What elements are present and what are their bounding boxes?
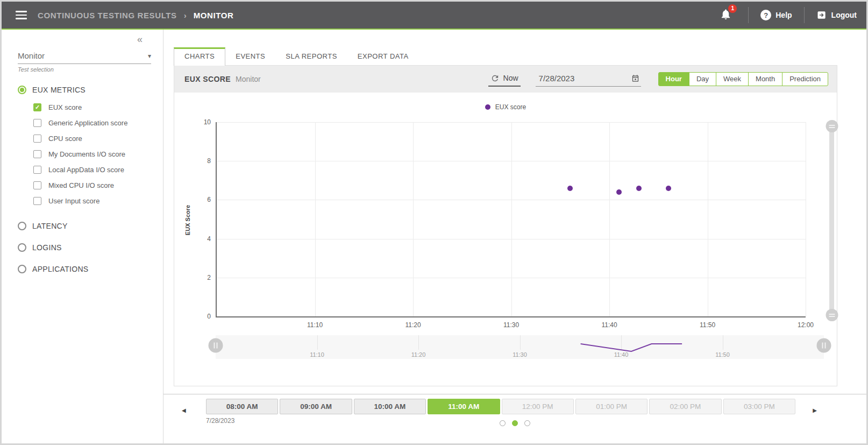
tab-charts[interactable]: CHARTS: [174, 47, 225, 66]
pagination-dot[interactable]: [512, 420, 518, 426]
tab-events[interactable]: EVENTS: [225, 48, 275, 65]
slot-footer: 7/28/2023: [163, 416, 866, 426]
time-slot-button[interactable]: 11:00 AM: [428, 399, 500, 414]
data-point[interactable]: [616, 189, 622, 195]
app: CONTINUOUS TESTING RESULTS › MONITOR 1 ?…: [2, 2, 866, 443]
week-button[interactable]: Week: [716, 72, 749, 86]
checkbox[interactable]: [33, 119, 41, 127]
metric-item[interactable]: CPU score: [33, 131, 151, 146]
radio-button[interactable]: [18, 222, 26, 230]
notification-badge: 1: [728, 4, 737, 13]
notifications-button[interactable]: 1: [720, 8, 732, 23]
metric-item-label: User Input score: [48, 197, 99, 205]
window-frame: CONTINUOUS TESTING RESULTS › MONITOR 1 ?…: [0, 0, 868, 445]
test-select-dropdown[interactable]: Monitor ▾: [18, 51, 151, 64]
x-gridline: [413, 122, 414, 316]
metric-item[interactable]: Mixed CPU I/O score: [33, 178, 151, 193]
day-button[interactable]: Day: [689, 72, 716, 86]
refresh-now-button[interactable]: Now: [488, 72, 521, 87]
chart-toolbar: EUX SCORE Monitor Now 7/28/2023 HourDayW…: [174, 66, 837, 93]
next-period-arrow[interactable]: ▶: [810, 405, 819, 415]
time-slot-button[interactable]: 08:00 AM: [206, 399, 278, 414]
top-header: CONTINUOUS TESTING RESULTS › MONITOR 1 ?…: [2, 2, 866, 30]
time-slot-button[interactable]: 12:00 PM: [502, 399, 574, 414]
x-gridline: [511, 122, 512, 316]
checkbox[interactable]: ✓: [33, 103, 41, 111]
time-slot-button[interactable]: 03:00 PM: [723, 399, 795, 414]
radio-button[interactable]: [18, 243, 26, 252]
metric-item[interactable]: My Documents I/O score: [33, 146, 151, 162]
navigator-right-handle[interactable]: [817, 338, 831, 353]
metric-groups: EUX METRICS✓EUX scoreGeneric Application…: [18, 86, 151, 273]
radio-button[interactable]: [18, 265, 26, 273]
logout-icon: [816, 10, 827, 20]
checkbox[interactable]: [33, 197, 41, 205]
tab-export-data[interactable]: EXPORT DATA: [347, 48, 419, 65]
checkbox[interactable]: [33, 135, 41, 143]
navigator-left-handle[interactable]: [209, 338, 223, 353]
data-point[interactable]: [666, 186, 671, 191]
metric-group-label: EUX METRICS: [32, 86, 86, 94]
y-tick-label: 4: [207, 235, 211, 243]
chart-panel: EUX SCORE Monitor Now 7/28/2023 HourDayW…: [174, 65, 837, 386]
chart-legend[interactable]: EUX score: [174, 103, 837, 111]
metric-group-header[interactable]: LOGINS: [18, 243, 151, 252]
metric-item[interactable]: Generic Application score: [33, 115, 151, 131]
metric-group-header[interactable]: LATENCY: [18, 222, 151, 230]
metric-item[interactable]: Local AppData I/O score: [33, 162, 151, 178]
data-point[interactable]: [567, 186, 573, 191]
checkbox[interactable]: [33, 150, 41, 158]
metric-item[interactable]: User Input score: [33, 193, 151, 209]
pagination-dot[interactable]: [524, 420, 530, 426]
slider-bottom-handle[interactable]: [826, 309, 838, 321]
time-slot-button[interactable]: 10:00 AM: [354, 399, 426, 414]
refresh-icon: [490, 74, 500, 83]
navigator-series-line: [216, 335, 824, 359]
checkbox[interactable]: [33, 181, 41, 189]
metric-group-header[interactable]: APPLICATIONS: [18, 265, 151, 273]
calendar-icon[interactable]: [631, 74, 639, 82]
pagination-dot[interactable]: [500, 420, 506, 426]
metric-group-header[interactable]: EUX METRICS: [18, 86, 151, 94]
header-divider: [748, 7, 749, 23]
time-slot-button[interactable]: 02:00 PM: [649, 399, 721, 414]
chevron-down-icon: ▾: [148, 52, 151, 60]
time-slot-button[interactable]: 09:00 AM: [280, 399, 352, 414]
y-tick-label: 0: [207, 313, 211, 320]
tab-bar: CHARTSEVENTSSLA REPORTSEXPORT DATA: [174, 47, 866, 65]
radio-button[interactable]: [18, 86, 26, 94]
vertical-zoom-slider[interactable]: [829, 126, 834, 315]
metric-item-label: My Documents I/O score: [48, 150, 125, 158]
chart-subtitle: Monitor: [236, 75, 261, 83]
question-icon: ?: [760, 10, 771, 20]
x-tick-label: 11:40: [601, 321, 617, 329]
x-gridline: [708, 122, 708, 316]
chart-title: EUX SCORE: [184, 75, 231, 83]
chart-body: EUX score EUX Score 024681011:1011:2011:…: [174, 93, 837, 386]
metric-item-label: Generic Application score: [48, 119, 127, 127]
data-point[interactable]: [636, 186, 642, 191]
slot-date-label: 7/28/2023: [206, 417, 234, 425]
logout-button[interactable]: Logout: [816, 10, 857, 20]
breadcrumb-root[interactable]: CONTINUOUS TESTING RESULTS: [38, 11, 177, 20]
hour-button[interactable]: Hour: [658, 72, 689, 86]
date-picker-field[interactable]: 7/28/2023: [536, 72, 641, 87]
help-button[interactable]: ? Help: [760, 10, 792, 20]
prediction-button[interactable]: Prediction: [782, 72, 828, 86]
collapse-sidebar-icon[interactable]: «: [137, 34, 143, 45]
time-slot-button[interactable]: 01:00 PM: [575, 399, 648, 414]
month-button[interactable]: Month: [748, 72, 782, 86]
checkbox[interactable]: [33, 166, 41, 174]
hamburger-menu-icon[interactable]: [13, 9, 29, 22]
navigator-band[interactable]: 11:1011:2011:3011:4011:50: [216, 335, 824, 359]
metric-items: ✓EUX scoreGeneric Application scoreCPU s…: [33, 100, 151, 209]
breadcrumb-separator-icon: ›: [184, 11, 187, 20]
content-row: « Monitor ▾ Test selection EUX METRICS✓E…: [2, 30, 866, 443]
tab-sla-reports[interactable]: SLA REPORTS: [275, 48, 347, 65]
metric-item[interactable]: ✓EUX score: [33, 100, 151, 115]
now-label: Now: [503, 74, 518, 82]
breadcrumb-current: MONITOR: [194, 11, 234, 20]
slider-top-handle[interactable]: [826, 120, 838, 132]
plot-area: 024681011:1011:2011:3011:4011:5012:00: [216, 122, 806, 317]
previous-period-arrow[interactable]: ◀: [180, 405, 188, 415]
